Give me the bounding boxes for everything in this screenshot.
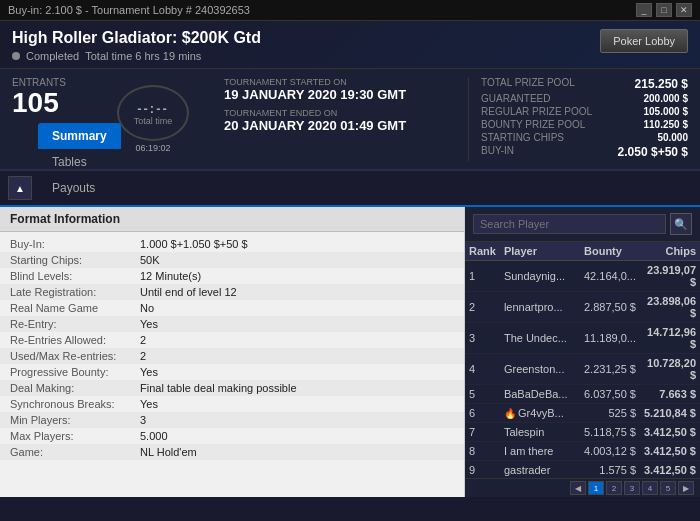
table-row[interactable]: 7Talespin5.118,75 $3.412,50 $ bbox=[465, 423, 700, 442]
rank-cell: 5 bbox=[465, 385, 500, 404]
page-button-1[interactable]: 1 bbox=[588, 481, 604, 495]
minimize-button[interactable]: _ bbox=[636, 3, 652, 17]
main-content: Format Information Buy-In:1.000 $+1.050 … bbox=[0, 207, 700, 497]
col-header-player: Player bbox=[500, 242, 580, 261]
prize-value: 105.000 $ bbox=[644, 106, 689, 117]
chips-cell: 3.412,50 $ bbox=[640, 423, 700, 442]
tab-tables[interactable]: Tables bbox=[38, 149, 121, 175]
prize-label: TOTAL PRIZE POOL bbox=[481, 77, 575, 91]
player-name-cell: Sundaynig... bbox=[500, 261, 580, 292]
close-button[interactable]: ✕ bbox=[676, 3, 692, 17]
chips-cell: 14.712,96 $ bbox=[640, 323, 700, 354]
chips-cell: 23.898,06 $ bbox=[640, 292, 700, 323]
prize-label: BUY-IN bbox=[481, 145, 514, 159]
format-row: Late Registration:Until end of level 12 bbox=[0, 284, 464, 300]
page-numbers: 12345 bbox=[588, 481, 676, 495]
chips-cell: 3.412,50 $ bbox=[640, 442, 700, 461]
maximize-button[interactable]: □ bbox=[656, 3, 672, 17]
player-name: The Undec... bbox=[504, 332, 567, 344]
format-row: Starting Chips:50K bbox=[0, 252, 464, 268]
player-name-cell: 🔥Gr4vyB... bbox=[500, 404, 580, 423]
table-row[interactable]: 2lennartpro...2.887,50 $23.898,06 $ bbox=[465, 292, 700, 323]
page-button-3[interactable]: 3 bbox=[624, 481, 640, 495]
format-row: Re-Entries Allowed:2 bbox=[0, 332, 464, 348]
pagination-prev[interactable]: ◀ bbox=[570, 481, 586, 495]
format-key: Blind Levels: bbox=[10, 270, 140, 282]
format-key: Used/Max Re-entries: bbox=[10, 350, 140, 362]
format-header: Format Information bbox=[0, 207, 464, 232]
pagination-bar: ◀12345▶ bbox=[465, 478, 700, 497]
table-row[interactable]: 9gastrader1.575 $3.412,50 $ bbox=[465, 461, 700, 479]
page-button-2[interactable]: 2 bbox=[606, 481, 622, 495]
prize-row: GUARANTEED200.000 $ bbox=[481, 93, 688, 104]
player-name-cell: gastrader bbox=[500, 461, 580, 479]
format-row: Deal Making:Final table deal making poss… bbox=[0, 380, 464, 396]
tab-scroll-left[interactable]: ▲ bbox=[8, 176, 32, 200]
chips-cell: 5.210,84 $ bbox=[640, 404, 700, 423]
search-button[interactable]: 🔍 bbox=[670, 213, 692, 235]
format-val: No bbox=[140, 302, 154, 314]
format-key: Game: bbox=[10, 446, 140, 458]
page-button-5[interactable]: 5 bbox=[660, 481, 676, 495]
prize-block: TOTAL PRIZE POOL215.250 $GUARANTEED200.0… bbox=[468, 77, 688, 161]
tournament-dates: TOURNAMENT STARTED ON 19 JANUARY 2020 19… bbox=[214, 77, 468, 161]
format-key: Starting Chips: bbox=[10, 254, 140, 266]
format-key: Late Registration: bbox=[10, 286, 140, 298]
table-row[interactable]: 5BaBaDeBa...6.037,50 $7.663 $ bbox=[465, 385, 700, 404]
fire-icon: 🔥 bbox=[504, 408, 516, 419]
format-key: Deal Making: bbox=[10, 382, 140, 394]
title-bar-controls: _ □ ✕ bbox=[636, 3, 692, 17]
table-row[interactable]: 1Sundaynig...42.164,0...23.919,07 $ bbox=[465, 261, 700, 292]
prize-row: TOTAL PRIZE POOL215.250 $ bbox=[481, 77, 688, 91]
table-row[interactable]: 4Greenston...2.231,25 $10.728,20 $ bbox=[465, 354, 700, 385]
player-name: lennartpro... bbox=[504, 301, 563, 313]
chips-cell: 10.728,20 $ bbox=[640, 354, 700, 385]
prize-row: BOUNTY PRIZE POOL110.250 $ bbox=[481, 119, 688, 130]
format-key: Max Players: bbox=[10, 430, 140, 442]
timer-total-label: Total time bbox=[134, 116, 173, 126]
chips-cell: 7.663 $ bbox=[640, 385, 700, 404]
player-name-cell: Greenston... bbox=[500, 354, 580, 385]
table-row[interactable]: 6🔥Gr4vyB...525 $5.210,84 $ bbox=[465, 404, 700, 423]
format-val: 12 Minute(s) bbox=[140, 270, 201, 282]
format-row: Game:NL Hold'em bbox=[0, 444, 464, 460]
format-val: Final table deal making possible bbox=[140, 382, 297, 394]
title-bar: Buy-in: 2.100 $ - Tournament Lobby # 240… bbox=[0, 0, 700, 21]
format-row: Min Players:3 bbox=[0, 412, 464, 428]
prize-value: 110.250 $ bbox=[644, 119, 689, 130]
format-row: Used/Max Re-entries:2 bbox=[0, 348, 464, 364]
bounty-cell: 2.887,50 $ bbox=[580, 292, 640, 323]
poker-lobby-button[interactable]: Poker Lobby bbox=[600, 29, 688, 53]
player-name: Greenston... bbox=[504, 363, 565, 375]
player-name: Talespin bbox=[504, 426, 544, 438]
header: High Roller Gladiator: $200K Gtd Complet… bbox=[0, 21, 700, 69]
pagination-next[interactable]: ▶ bbox=[678, 481, 694, 495]
format-row: Max Players:5.000 bbox=[0, 428, 464, 444]
format-key: Real Name Game bbox=[10, 302, 140, 314]
page-button-4[interactable]: 4 bbox=[642, 481, 658, 495]
prize-label: BOUNTY PRIZE POOL bbox=[481, 119, 585, 130]
rank-cell: 6 bbox=[465, 404, 500, 423]
status-dot bbox=[12, 52, 20, 60]
search-bar: 🔍 bbox=[465, 207, 700, 242]
rank-cell: 8 bbox=[465, 442, 500, 461]
tab-summary[interactable]: Summary bbox=[38, 123, 121, 149]
timer-total-value: 06:19:02 bbox=[135, 143, 170, 153]
players-table: RankPlayerBountyChips 1Sundaynig...42.16… bbox=[465, 242, 700, 478]
rank-cell: 1 bbox=[465, 261, 500, 292]
format-key: Buy-In: bbox=[10, 238, 140, 250]
rank-cell: 9 bbox=[465, 461, 500, 479]
prize-row: STARTING CHIPS50.000 bbox=[481, 132, 688, 143]
bounty-cell: 11.189,0... bbox=[580, 323, 640, 354]
table-row[interactable]: 8I am there4.003,12 $3.412,50 $ bbox=[465, 442, 700, 461]
format-row: Progressive Bounty:Yes bbox=[0, 364, 464, 380]
tab-payouts[interactable]: Payouts bbox=[38, 175, 121, 201]
table-row[interactable]: 3The Undec...11.189,0...14.712,96 $ bbox=[465, 323, 700, 354]
search-input[interactable] bbox=[473, 214, 666, 234]
started-label: TOURNAMENT STARTED ON bbox=[224, 77, 468, 87]
rank-cell: 4 bbox=[465, 354, 500, 385]
ended-label: TOURNAMENT ENDED ON bbox=[224, 108, 468, 118]
right-panel: 🔍 RankPlayerBountyChips 1Sundaynig...42.… bbox=[465, 207, 700, 497]
prize-value: 215.250 $ bbox=[635, 77, 688, 91]
player-name: I am there bbox=[504, 445, 554, 457]
